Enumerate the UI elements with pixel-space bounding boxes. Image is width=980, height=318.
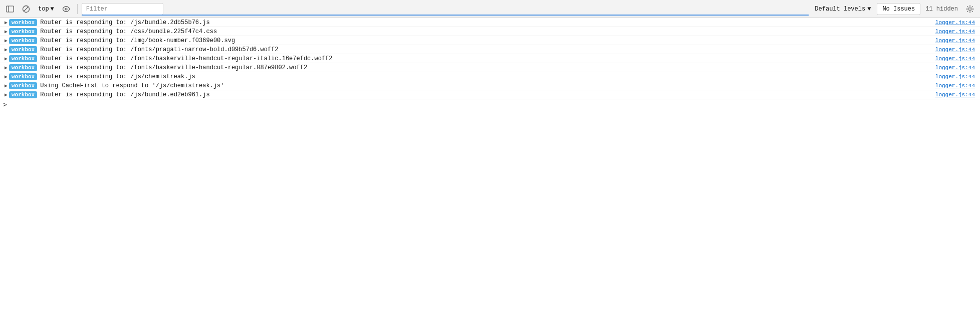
log-message: Router is responding to: /img/book-numbe…	[40, 37, 935, 44]
context-dropdown[interactable]: top ▼	[35, 5, 57, 14]
svg-point-6	[969, 8, 971, 10]
log-row[interactable]: ▶ workbox Router is responding to: /js/b…	[0, 90, 980, 99]
expand-arrow-icon[interactable]: ▶	[0, 74, 9, 80]
toolbar-separator	[77, 4, 78, 14]
devtools-toolbar: top ▼ Default levels ▼ No Issues 11 hidd…	[0, 0, 980, 18]
log-source-link[interactable]: logger.js:44	[935, 20, 980, 26]
log-source-link[interactable]: logger.js:44	[935, 56, 980, 62]
clear-log-button[interactable]	[19, 3, 33, 15]
workbox-badge: workbox	[9, 19, 37, 26]
default-levels-label: Default levels	[815, 6, 865, 13]
log-message: Router is responding to: /css/bundle.225…	[40, 28, 935, 35]
log-row[interactable]: ▶ workbox Router is responding to: /js/c…	[0, 72, 980, 81]
no-issues-button[interactable]: No Issues	[877, 3, 920, 15]
console-log-list: ▶ workbox Router is responding to: /js/b…	[0, 18, 980, 99]
log-message: Router is responding to: /js/bundle.2db5…	[40, 19, 935, 26]
workbox-badge: workbox	[9, 55, 37, 62]
svg-point-5	[65, 8, 67, 10]
expand-arrow-icon[interactable]: ▶	[0, 20, 9, 26]
filter-input[interactable]	[82, 3, 163, 15]
log-row[interactable]: ▶ workbox Router is responding to: /font…	[0, 45, 980, 54]
log-source-link[interactable]: logger.js:44	[935, 47, 980, 53]
log-row[interactable]: ▶ workbox Router is responding to: /css/…	[0, 27, 980, 36]
expand-arrow-icon[interactable]: ▶	[0, 38, 9, 44]
log-source-link[interactable]: logger.js:44	[935, 92, 980, 98]
context-label: top	[38, 6, 49, 13]
log-row[interactable]: ▶ workbox Using CacheFirst to respond to…	[0, 81, 980, 90]
svg-point-4	[63, 7, 69, 12]
log-row[interactable]: ▶ workbox Router is responding to: /font…	[0, 54, 980, 63]
log-source-link[interactable]: logger.js:44	[935, 83, 980, 89]
hidden-count-label: 11 hidden	[922, 6, 961, 13]
settings-button[interactable]	[963, 3, 977, 15]
log-row[interactable]: ▶ workbox Router is responding to: /font…	[0, 63, 980, 72]
log-message: Router is responding to: /js/chemistreak…	[40, 73, 935, 80]
filter-wrapper	[82, 3, 809, 15]
workbox-badge: workbox	[9, 91, 37, 98]
workbox-badge: workbox	[9, 64, 37, 71]
workbox-badge: workbox	[9, 73, 37, 80]
log-message: Router is responding to: /fonts/baskervi…	[40, 55, 935, 62]
log-message: Router is responding to: /js/bundle.ed2e…	[40, 91, 935, 98]
log-source-link[interactable]: logger.js:44	[935, 65, 980, 71]
levels-chevron-icon: ▼	[867, 6, 871, 13]
log-source-link[interactable]: logger.js:44	[935, 29, 980, 35]
log-source-link[interactable]: logger.js:44	[935, 38, 980, 44]
expand-arrow-icon[interactable]: ▶	[0, 92, 9, 98]
console-cursor-row: >	[0, 99, 980, 110]
log-row[interactable]: ▶ workbox Router is responding to: /img/…	[0, 36, 980, 45]
expand-arrow-icon[interactable]: ▶	[0, 83, 9, 89]
default-levels-dropdown[interactable]: Default levels ▼	[811, 3, 875, 15]
expand-arrow-icon[interactable]: ▶	[0, 29, 9, 35]
panel-toggle-button[interactable]	[3, 3, 17, 15]
log-source-link[interactable]: logger.js:44	[935, 74, 980, 80]
workbox-badge: workbox	[9, 46, 37, 53]
cursor-caret-icon: >	[3, 101, 7, 109]
workbox-badge: workbox	[9, 82, 37, 89]
expand-arrow-icon[interactable]: ▶	[0, 47, 9, 53]
chevron-down-icon: ▼	[51, 6, 54, 13]
log-message: Router is responding to: /fonts/pragati-…	[40, 46, 935, 53]
expand-arrow-icon[interactable]: ▶	[0, 56, 9, 62]
no-issues-label: No Issues	[882, 6, 915, 13]
eye-icon-button[interactable]	[59, 3, 73, 15]
log-message: Using CacheFirst to respond to '/js/chem…	[40, 82, 935, 89]
workbox-badge: workbox	[9, 37, 37, 44]
log-row[interactable]: ▶ workbox Router is responding to: /js/b…	[0, 18, 980, 27]
workbox-badge: workbox	[9, 28, 37, 35]
svg-line-3	[24, 7, 29, 11]
expand-arrow-icon[interactable]: ▶	[0, 65, 9, 71]
log-message: Router is responding to: /fonts/baskervi…	[40, 64, 935, 71]
svg-rect-0	[7, 6, 14, 12]
